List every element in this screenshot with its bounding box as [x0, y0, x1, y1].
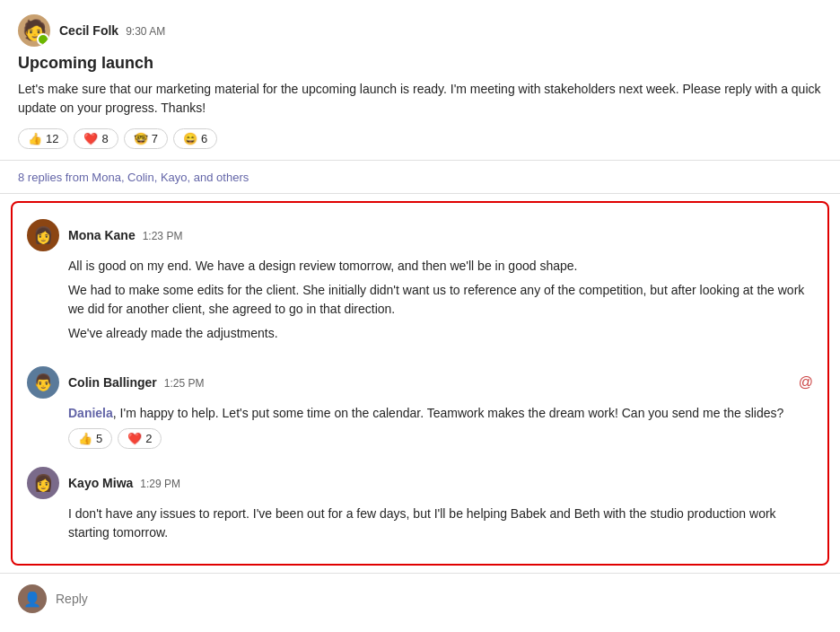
mention-name[interactable]: Daniela: [68, 406, 113, 420]
author-name: Cecil Folk: [59, 23, 118, 38]
replies-summary: 8 replies from Mona, Colin, Kayo, and ot…: [0, 161, 840, 194]
reaction-count: 5: [96, 432, 102, 445]
emoji-laugh: 😄: [183, 132, 197, 145]
reaction-nerd[interactable]: 🤓 7: [124, 128, 168, 149]
reply-body: Daniela, I'm happy to help. Let's put so…: [68, 404, 813, 423]
reply-reactions: 👍 5 ❤️ 2: [68, 428, 813, 449]
mention-at-icon: @: [799, 374, 813, 391]
post-title: Upcoming launch: [18, 54, 822, 73]
reply-body: I don't have any issues to report. I've …: [68, 505, 813, 542]
avatar: 👨: [27, 366, 59, 399]
reaction-thumbs-up[interactable]: 👍 5: [68, 428, 112, 449]
emoji-thumbsup: 👍: [28, 132, 42, 145]
reply-header: 👩 Mona Kane 1:23 PM: [27, 219, 813, 251]
reply-author-name: Mona Kane: [68, 228, 136, 242]
reply-timestamp: 1:29 PM: [140, 478, 180, 490]
reply-input-area: 👤: [0, 573, 840, 624]
replies-link[interactable]: 8 replies from Mona, Colin, Kayo, and ot…: [18, 171, 249, 184]
reaction-count: 8: [101, 132, 108, 145]
reply-item: 👨 Colin Ballinger 1:25 PM @ Daniela, I'm…: [13, 357, 827, 458]
replies-section: 👩 Mona Kane 1:23 PM All is good on my en…: [11, 201, 829, 566]
reply-timestamp: 1:25 PM: [164, 377, 205, 390]
reaction-count: 2: [145, 432, 152, 445]
reactions: 👍 12 ❤️ 8 🤓 7 😄 6: [18, 128, 822, 149]
reaction-count: 7: [152, 132, 158, 145]
reply-item: 👩 Mona Kane 1:23 PM All is good on my en…: [13, 210, 827, 357]
reply-author-name: Kayo Miwa: [68, 476, 133, 490]
reply-author-row: Mona Kane 1:23 PM: [68, 228, 813, 242]
emoji-nerd: 🤓: [134, 132, 148, 145]
emoji-heart: ❤️: [83, 132, 98, 145]
reply-author-row: Colin Ballinger 1:25 PM @: [68, 374, 813, 391]
emoji-heart: ❤️: [127, 432, 142, 445]
reaction-laugh[interactable]: 😄 6: [173, 128, 217, 149]
reaction-count: 12: [46, 132, 58, 145]
timestamp: 9:30 AM: [126, 25, 165, 38]
reply-body-2: We had to make some edits for the client…: [68, 281, 813, 319]
post-header: 🧑 Cecil Folk 9:30 AM: [18, 14, 822, 47]
current-user-avatar: 👤: [18, 584, 47, 613]
reply-body-1: All is good on my end. We have a design …: [68, 257, 813, 276]
emoji-thumbsup: 👍: [78, 432, 92, 445]
reply-timestamp: 1:23 PM: [143, 230, 183, 242]
reply-author-name: Colin Ballinger: [68, 375, 157, 390]
reaction-heart[interactable]: ❤️ 2: [118, 428, 162, 449]
reply-item: 👩 Kayo Miwa 1:29 PM I don't have any iss…: [13, 458, 827, 557]
reply-input[interactable]: [56, 592, 822, 606]
reaction-thumbs-up[interactable]: 👍 12: [18, 128, 68, 149]
avatar: 👩: [27, 219, 59, 251]
reaction-heart[interactable]: ❤️ 8: [74, 128, 118, 149]
reply-author-row: Kayo Miwa 1:29 PM: [68, 476, 813, 490]
author-info: Cecil Folk 9:30 AM: [59, 23, 165, 38]
main-post: 🧑 Cecil Folk 9:30 AM Upcoming launch Let…: [0, 0, 840, 161]
reaction-count: 6: [201, 132, 207, 145]
post-body: Let's make sure that our marketing mater…: [18, 80, 822, 118]
avatar: 🧑: [18, 14, 50, 47]
avatar: 👩: [27, 467, 59, 499]
reply-body-3: We've already made the adjustments.: [68, 324, 813, 343]
reply-header: 👨 Colin Ballinger 1:25 PM @: [27, 366, 813, 399]
reply-header: 👩 Kayo Miwa 1:29 PM: [27, 467, 813, 499]
